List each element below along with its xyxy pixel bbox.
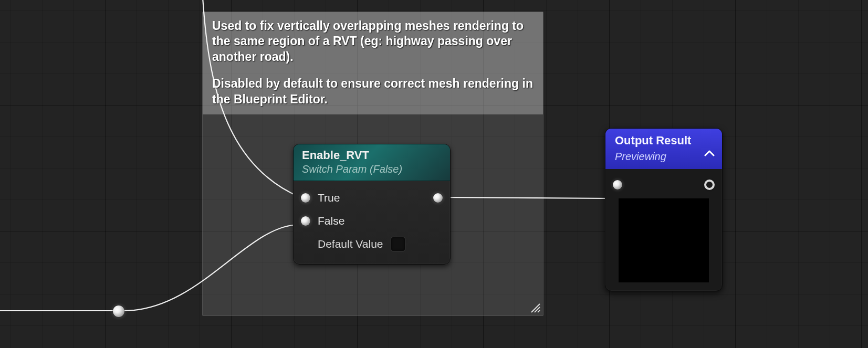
output-node-header[interactable]: Output Result Previewing	[605, 129, 722, 169]
pin-row-false: False	[301, 209, 443, 233]
output-ring-pin[interactable]	[704, 180, 715, 190]
svg-line-2	[538, 310, 540, 312]
pin-row-true: True	[301, 186, 443, 209]
default-value-checkbox[interactable]	[391, 237, 405, 251]
output-node-subtitle: Previewing	[615, 151, 713, 163]
output-pin-row	[613, 174, 715, 195]
output-preview	[619, 198, 709, 282]
default-value-label: Default Value	[318, 238, 383, 250]
output-node-body	[605, 169, 722, 291]
switch-node-body: True False Default Value	[294, 181, 450, 264]
comment-text-2: Disabled by default to ensure correct me…	[212, 76, 534, 107]
input-pin-true[interactable]	[301, 193, 310, 203]
switch-node-header[interactable]: Enable_RVT Switch Param (False)	[294, 144, 450, 181]
comment-header[interactable]: Used to fix vertically overlapping meshe…	[203, 12, 543, 114]
resize-handle-icon[interactable]	[529, 302, 541, 313]
output-result-node[interactable]: Output Result Previewing	[605, 128, 723, 291]
switch-node-subtitle: Switch Param (False)	[302, 163, 442, 175]
pin-label-true: True	[318, 192, 340, 204]
output-node-title: Output Result	[615, 134, 713, 147]
reroute-pin[interactable]	[113, 305, 124, 317]
comment-text-1: Used to fix vertically overlapping meshe…	[212, 18, 534, 65]
pin-dot-icon	[113, 305, 124, 317]
output-pin[interactable]	[433, 193, 443, 203]
switch-param-node[interactable]: Enable_RVT Switch Param (False) True Fal…	[293, 144, 451, 265]
pin-label-false: False	[318, 215, 344, 227]
input-pin-false[interactable]	[301, 216, 310, 226]
output-input-pin[interactable]	[613, 180, 622, 189]
switch-node-title: Enable_RVT	[302, 149, 442, 162]
chevron-up-icon[interactable]	[704, 150, 715, 157]
default-value-row: Default Value	[301, 233, 443, 256]
